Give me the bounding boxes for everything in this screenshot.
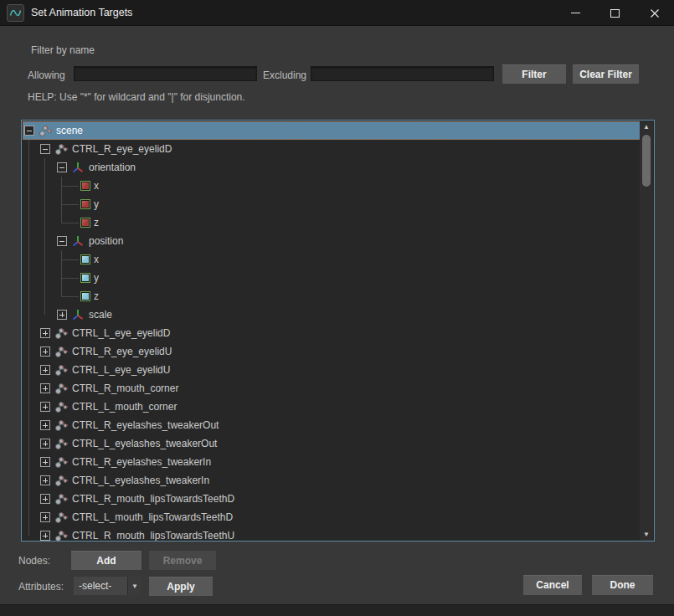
expand-icon[interactable] bbox=[40, 346, 50, 357]
collapse-icon[interactable] bbox=[40, 144, 50, 154]
collapse-icon[interactable] bbox=[24, 126, 34, 136]
expand-icon[interactable] bbox=[40, 328, 50, 338]
tree-row-label: CTRL_R_mouth_lipsTowardsTeethU bbox=[70, 530, 234, 541]
tree-row-label: CTRL_L_mouth_corner bbox=[70, 401, 177, 413]
minimize-button[interactable] bbox=[556, 0, 595, 26]
window-controls bbox=[556, 0, 674, 26]
tree-row[interactable]: x bbox=[23, 250, 641, 269]
tree-row[interactable]: CTRL_R_mouth_lipsTowardsTeethD bbox=[23, 490, 641, 508]
tree-row-label: scene bbox=[54, 125, 83, 136]
expand-icon[interactable] bbox=[40, 475, 50, 485]
expand-icon[interactable] bbox=[40, 494, 50, 504]
joint-node-icon bbox=[54, 529, 68, 541]
tree-row-label: y bbox=[92, 272, 99, 284]
allowing-label: Allowing bbox=[28, 69, 65, 81]
close-button[interactable] bbox=[635, 0, 674, 26]
close-icon bbox=[650, 8, 660, 18]
tree-row-label: x bbox=[92, 254, 99, 265]
excluding-label: Excluding bbox=[263, 69, 306, 81]
joint-node-icon bbox=[54, 400, 68, 413]
tree-row[interactable]: z bbox=[23, 213, 641, 232]
expand-icon[interactable] bbox=[40, 420, 50, 430]
tree-row[interactable]: CTRL_L_eye_eyelidD bbox=[23, 324, 641, 342]
attribute-checkbox-icon bbox=[80, 218, 90, 228]
collapse-icon[interactable] bbox=[57, 162, 67, 172]
tree-row-label: z bbox=[92, 217, 99, 228]
filter-section-label: Filter by name bbox=[31, 44, 95, 56]
tree-row[interactable]: y bbox=[23, 269, 641, 287]
tree-rows: sceneCTRL_R_eye_eyelidDorientationxyzpos… bbox=[23, 121, 641, 541]
clear-filter-button[interactable]: Clear Filter bbox=[573, 64, 639, 84]
tree-row-label: CTRL_L_eyelashes_tweakerOut bbox=[70, 438, 217, 449]
allowing-input[interactable] bbox=[74, 66, 257, 81]
filter-button[interactable]: Filter bbox=[502, 64, 566, 84]
cancel-button[interactable]: Cancel bbox=[523, 575, 582, 595]
tree-row-label: CTRL_L_eye_eyelidD bbox=[70, 327, 170, 339]
tree-row[interactable]: CTRL_L_mouth_corner bbox=[23, 398, 641, 416]
tree-row-label: CTRL_L_mouth_lipsTowardsTeethD bbox=[70, 511, 233, 523]
maximize-icon bbox=[610, 9, 620, 18]
tree-row[interactable]: CTRL_R_eye_eyelidD bbox=[23, 140, 641, 158]
tree-row[interactable]: position bbox=[23, 232, 641, 250]
joint-node-icon bbox=[54, 345, 68, 358]
joint-node-icon bbox=[54, 382, 68, 395]
tree-row[interactable]: CTRL_L_eye_eyelidU bbox=[23, 361, 641, 379]
tree-row[interactable]: CTRL_R_eyelashes_tweakerOut bbox=[23, 416, 641, 434]
tree-row-label: z bbox=[92, 290, 99, 302]
tree-view[interactable]: sceneCTRL_R_eye_eyelidDorientationxyzpos… bbox=[21, 120, 655, 542]
nodes-label: Nodes: bbox=[18, 555, 50, 567]
tree-row[interactable]: CTRL_L_eyelashes_tweakerOut bbox=[23, 434, 641, 453]
scrollbar-up-icon[interactable]: ▲ bbox=[640, 121, 653, 133]
window-bottom-border bbox=[0, 604, 674, 616]
expand-icon[interactable] bbox=[40, 402, 50, 412]
joint-node-icon bbox=[54, 142, 68, 156]
chevron-down-icon[interactable]: ▼ bbox=[127, 577, 141, 595]
tree-row[interactable]: CTRL_R_eye_eyelidU bbox=[23, 342, 641, 361]
tree-row-label: CTRL_L_eyelashes_tweakerIn bbox=[70, 475, 209, 486]
tree-row-label: CTRL_L_eye_eyelidU bbox=[70, 364, 170, 376]
tree-row[interactable]: scale bbox=[23, 305, 641, 324]
anim-curve-icon bbox=[7, 4, 24, 22]
tree-row[interactable]: CTRL_L_mouth_lipsTowardsTeethD bbox=[23, 508, 641, 526]
attributes-select[interactable]: -select- bbox=[74, 577, 127, 595]
expand-icon[interactable] bbox=[40, 365, 50, 375]
tree-row[interactable]: x bbox=[23, 177, 641, 195]
attribute-checkbox-icon bbox=[80, 291, 90, 301]
expand-icon[interactable] bbox=[40, 383, 50, 393]
expand-icon[interactable] bbox=[40, 512, 50, 522]
transform-axis-icon bbox=[71, 161, 85, 174]
expand-icon[interactable] bbox=[57, 310, 67, 320]
maximize-button[interactable] bbox=[595, 0, 635, 26]
remove-nodes-button[interactable]: Remove bbox=[149, 551, 216, 570]
joint-node-icon bbox=[54, 511, 68, 524]
apply-attributes-button[interactable]: Apply bbox=[149, 577, 213, 596]
tree-row[interactable]: CTRL_R_mouth_corner bbox=[23, 379, 641, 398]
tree-row[interactable]: orientation bbox=[23, 158, 641, 177]
tree-row[interactable]: CTRL_L_eyelashes_tweakerIn bbox=[23, 471, 641, 490]
tree-row-label: y bbox=[92, 198, 99, 210]
tree-row[interactable]: CTRL_R_mouth_lipsTowardsTeethU bbox=[23, 526, 641, 541]
scrollbar-down-icon[interactable]: ▼ bbox=[640, 529, 653, 541]
tree-row-label: orientation bbox=[87, 162, 136, 173]
tree-row[interactable]: scene bbox=[23, 121, 641, 140]
add-nodes-button[interactable]: Add bbox=[71, 551, 141, 570]
tree-scrollbar[interactable]: ▲ ▼ bbox=[640, 121, 653, 541]
tree-row[interactable]: z bbox=[23, 287, 641, 305]
joint-node-icon bbox=[54, 455, 68, 469]
done-button[interactable]: Done bbox=[592, 575, 653, 595]
scrollbar-thumb[interactable] bbox=[642, 135, 651, 187]
collapse-icon[interactable] bbox=[57, 236, 67, 246]
expand-icon[interactable] bbox=[40, 439, 50, 449]
joint-node-icon bbox=[54, 363, 68, 377]
tree-row[interactable]: y bbox=[23, 195, 641, 213]
tree-row-label: CTRL_R_eye_eyelidD bbox=[70, 143, 172, 155]
excluding-input[interactable] bbox=[311, 66, 494, 81]
expand-icon[interactable] bbox=[40, 457, 50, 467]
titlebar[interactable]: Set Animation Targets bbox=[0, 0, 674, 26]
expand-icon[interactable] bbox=[40, 531, 50, 541]
attribute-checkbox-icon bbox=[80, 254, 90, 264]
tree-row-label: CTRL_R_eye_eyelidU bbox=[70, 346, 172, 357]
attributes-label: Attributes: bbox=[18, 581, 64, 593]
tree-row-label: CTRL_R_mouth_lipsTowardsTeethD bbox=[70, 493, 234, 505]
tree-row[interactable]: CTRL_R_eyelashes_tweakerIn bbox=[23, 453, 641, 471]
